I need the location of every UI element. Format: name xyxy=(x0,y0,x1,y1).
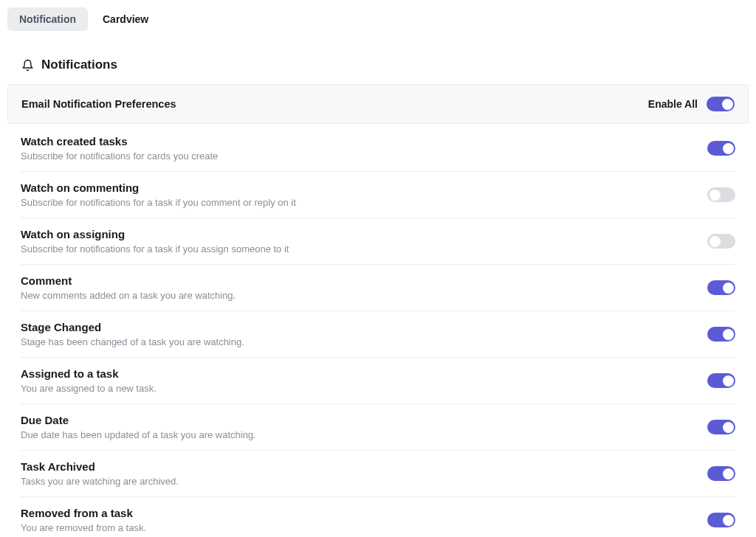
pref-row: Due DateDue date has been updated of a t… xyxy=(21,404,735,451)
pref-text: Stage ChangedStage has been changed of a… xyxy=(21,321,244,347)
tab-cardview[interactable]: Cardview xyxy=(91,7,160,31)
pref-toggle[interactable] xyxy=(707,234,735,249)
pref-toggle[interactable] xyxy=(707,513,735,527)
pref-title: Watch created tasks xyxy=(21,135,218,148)
pref-toggle[interactable] xyxy=(707,466,735,481)
pref-description: Due date has been updated of a task you … xyxy=(21,429,256,440)
pref-description: Stage has been changed of a task you are… xyxy=(21,336,244,347)
pref-toggle[interactable] xyxy=(707,187,735,202)
pref-title: Comment xyxy=(21,274,236,287)
pref-title: Watch on assigning xyxy=(21,228,289,240)
pref-title: Watch on commenting xyxy=(21,181,296,194)
pref-text: Watch created tasksSubscribe for notific… xyxy=(21,135,218,162)
tab-notification[interactable]: Notification xyxy=(7,7,88,31)
enable-all-toggle[interactable] xyxy=(707,97,735,111)
pref-toggle[interactable] xyxy=(707,280,735,295)
pref-title: Due Date xyxy=(21,414,256,426)
pref-title: Stage Changed xyxy=(21,321,244,333)
pref-title: Removed from a task xyxy=(21,507,146,519)
pref-title: Task Archived xyxy=(21,460,179,473)
tabs-bar: Notification Cardview xyxy=(7,7,749,31)
pref-toggle[interactable] xyxy=(707,141,735,156)
pref-text: Due DateDue date has been updated of a t… xyxy=(21,414,256,440)
pref-text: Assigned to a taskYou are assigned to a … xyxy=(21,367,157,394)
enable-all-group: Enable All xyxy=(648,97,735,111)
pref-description: Tasks you are watching are archived. xyxy=(21,476,179,487)
page-header: Notifications xyxy=(7,46,749,84)
pref-description: Subscribe for notifications for a task i… xyxy=(21,243,289,254)
pref-description: Subscribe for notifications for a task i… xyxy=(21,197,296,208)
pref-title: Assigned to a task xyxy=(21,367,157,380)
preferences-list: Watch created tasksSubscribe for notific… xyxy=(7,125,749,537)
pref-description: You are removed from a task. xyxy=(21,522,146,533)
bell-icon xyxy=(21,58,34,72)
pref-row: Watch on commentingSubscribe for notific… xyxy=(21,172,735,218)
pref-row: CommentNew comments added on a task you … xyxy=(21,265,735,311)
pref-text: CommentNew comments added on a task you … xyxy=(21,274,236,301)
pref-row: Task ArchivedTasks you are watching are … xyxy=(21,451,735,497)
pref-row: Assigned to a taskYou are assigned to a … xyxy=(21,358,735,404)
pref-description: Subscribe for notifications for cards yo… xyxy=(21,150,218,162)
pref-text: Watch on assigningSubscribe for notifica… xyxy=(21,228,289,254)
pref-text: Watch on commentingSubscribe for notific… xyxy=(21,181,296,208)
pref-row: Removed from a taskYou are removed from … xyxy=(21,497,735,537)
pref-toggle[interactable] xyxy=(707,420,735,434)
pref-row: Watch on assigningSubscribe for notifica… xyxy=(21,218,735,265)
page-title: Notifications xyxy=(41,58,117,72)
pref-description: You are assigned to a new task. xyxy=(21,383,157,394)
pref-row: Stage ChangedStage has been changed of a… xyxy=(21,311,735,358)
section-header: Email Notification Preferences Enable Al… xyxy=(7,84,749,124)
pref-description: New comments added on a task you are wat… xyxy=(21,290,236,301)
pref-text: Task ArchivedTasks you are watching are … xyxy=(21,460,179,487)
pref-row: Watch created tasksSubscribe for notific… xyxy=(21,125,735,172)
pref-text: Removed from a taskYou are removed from … xyxy=(21,507,146,533)
pref-toggle[interactable] xyxy=(707,327,735,342)
pref-toggle[interactable] xyxy=(707,373,735,388)
section-title: Email Notification Preferences xyxy=(21,98,176,110)
enable-all-label: Enable All xyxy=(648,98,698,110)
